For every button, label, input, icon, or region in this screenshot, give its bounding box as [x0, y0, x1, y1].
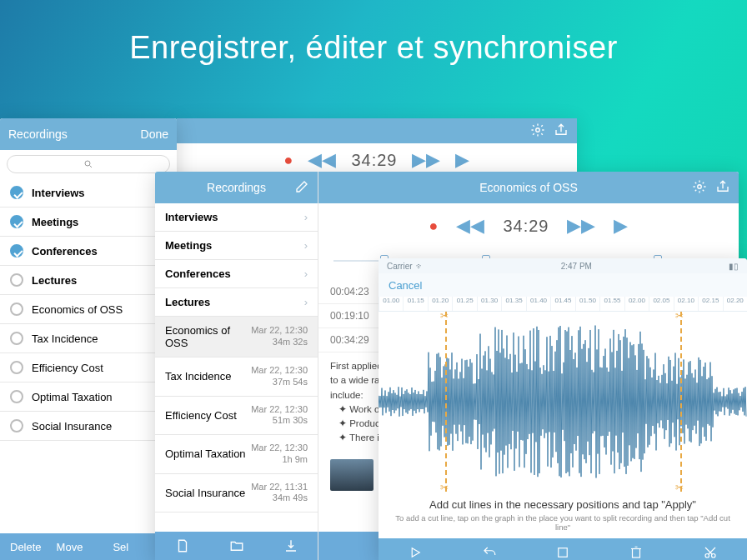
category-row[interactable]: Economics of OSS	[0, 295, 177, 324]
share-icon[interactable]	[554, 122, 569, 140]
ruler-tick: 01.00	[379, 297, 403, 311]
play-icon[interactable]	[408, 545, 423, 560]
svg-point-1	[698, 184, 702, 188]
checkbox-icon[interactable]	[10, 186, 23, 199]
new-folder-icon[interactable]	[229, 538, 244, 553]
ruler-tick: 02.15	[698, 297, 722, 311]
folder-row[interactable]: Conferences›	[155, 260, 318, 288]
chevron-right-icon: ›	[304, 268, 308, 280]
folder-row[interactable]: Lectures›	[155, 288, 318, 317]
left-panel-title: Recordings	[207, 181, 266, 194]
bookmark-timestamp: 00:04:23	[330, 286, 379, 298]
checkbox-icon[interactable]	[10, 302, 23, 316]
recording-label: Efficiency Cost	[165, 409, 251, 422]
edit-icon[interactable]	[294, 179, 309, 197]
nav-done-button[interactable]: Done	[141, 128, 168, 141]
rewind-button[interactable]: ◀◀	[308, 149, 336, 171]
undo-icon[interactable]	[482, 545, 497, 560]
ruler-tick: 01.40	[526, 297, 550, 311]
playback-time: 34:29	[351, 151, 397, 170]
select-button[interactable]: Sel	[113, 541, 128, 553]
category-row[interactable]: Efficiency Cost	[0, 353, 177, 382]
checkbox-icon[interactable]	[10, 273, 23, 287]
play-button[interactable]: ▶	[455, 149, 469, 171]
screen-recordings-edit: Recordings Done InterviewsMeetingsConfer…	[0, 118, 177, 560]
ruler-tick: 02.05	[649, 297, 673, 311]
new-file-icon[interactable]	[175, 538, 190, 553]
category-row[interactable]: Social Insurance	[0, 412, 177, 441]
left-toolbar	[155, 532, 318, 560]
folder-row[interactable]: Meetings›	[155, 232, 318, 260]
recording-row[interactable]: Economics of OSSMar 22, 12:3034m 32s	[155, 317, 318, 358]
gear-icon[interactable]	[692, 179, 707, 197]
cut-add-icon[interactable]	[703, 545, 718, 560]
rewind-button[interactable]: ◀◀	[456, 215, 484, 237]
play-button[interactable]: ▶	[614, 215, 628, 237]
cut-line[interactable]	[680, 312, 682, 492]
category-row[interactable]: Lectures	[0, 266, 177, 295]
folder-label: Lectures	[165, 296, 299, 308]
microphone-icon[interactable]: ●	[284, 152, 293, 169]
cut-line[interactable]	[445, 312, 447, 492]
forward-button[interactable]: ▶▶	[567, 215, 595, 237]
svg-point-0	[536, 128, 540, 132]
folder-row[interactable]: Interviews›	[155, 203, 318, 232]
recording-title: Economics of OSS	[479, 181, 578, 194]
time-ruler: 01.0001.1501.2001.2501.3001.3501.4001.45…	[379, 297, 747, 312]
checkbox-icon[interactable]	[10, 419, 23, 432]
cancel-button[interactable]: Cancel	[389, 279, 422, 292]
category-row[interactable]: Tax Incidence	[0, 324, 177, 353]
recording-meta: Mar 22, 12:3037m 54s	[251, 365, 308, 388]
recording-row[interactable]: Social InsuranceMar 22, 11:3134m 49s	[155, 474, 318, 513]
checkbox-icon[interactable]	[10, 361, 23, 374]
ruler-tick: 01.55	[599, 297, 624, 311]
screen-waveform-editor: Carrier ᯤ 2:47 PM ▮▯ Cancel 01.0001.1501…	[379, 258, 747, 560]
checkbox-icon[interactable]	[10, 215, 23, 228]
category-label: Optimal Taxation	[32, 391, 167, 403]
status-carrier: Carrier	[387, 262, 413, 271]
crop-icon[interactable]	[555, 545, 570, 560]
microphone-icon[interactable]: ●	[429, 218, 439, 235]
recording-row[interactable]: Tax IncidenceMar 22, 12:3037m 54s	[155, 358, 318, 397]
category-label: Interviews	[32, 187, 167, 199]
delete-button[interactable]: Delete	[10, 541, 42, 553]
checkbox-icon[interactable]	[10, 244, 23, 258]
forward-button[interactable]: ▶▶	[412, 149, 440, 171]
checkbox-icon[interactable]	[10, 332, 23, 345]
category-label: Lectures	[32, 274, 167, 287]
category-row[interactable]: Conferences	[0, 237, 177, 266]
chevron-right-icon: ›	[304, 211, 308, 223]
nav-back-recordings[interactable]: Recordings	[8, 128, 68, 141]
recording-meta: Mar 22, 12:301h 9m	[251, 442, 308, 466]
folder-label: Interviews	[165, 211, 299, 223]
promo-headline: Enregistrer, éditer et synchroniser	[0, 0, 747, 88]
recording-label: Economics of OSS	[165, 324, 251, 349]
hint-subtitle: To add a cut line, tap on the graph in t…	[390, 513, 735, 532]
ruler-tick: 02.20	[723, 297, 747, 311]
category-label: Meetings	[32, 216, 167, 228]
folder-label: Meetings	[165, 239, 299, 252]
category-row[interactable]: Interviews	[0, 178, 177, 208]
share-icon[interactable]	[715, 179, 730, 197]
recording-row[interactable]: Optimal TaxationMar 22, 12:301h 9m	[155, 435, 318, 474]
recording-label: Tax Incidence	[165, 370, 251, 382]
move-button[interactable]: Move	[57, 541, 83, 553]
folder-label: Conferences	[165, 268, 299, 280]
recording-row[interactable]: Efficiency CostMar 22, 12:3051m 30s	[155, 397, 318, 436]
waveform-canvas[interactable]	[379, 312, 747, 492]
chevron-right-icon: ›	[304, 239, 308, 252]
category-label: Conferences	[32, 245, 167, 258]
category-row[interactable]: Meetings	[0, 208, 177, 237]
import-icon[interactable]	[283, 538, 298, 553]
category-row[interactable]: Optimal Taxation	[0, 382, 177, 412]
bookmark-timestamp: 00:19:10	[330, 310, 379, 322]
ruler-tick: 01.15	[403, 297, 427, 311]
search-input[interactable]	[7, 155, 170, 173]
checkbox-icon[interactable]	[10, 390, 23, 403]
gear-icon[interactable]	[530, 122, 545, 140]
delete-icon[interactable]	[629, 545, 644, 560]
status-clock: 2:47 PM	[561, 262, 592, 271]
ruler-tick: 02.10	[674, 297, 698, 311]
recording-meta: Mar 22, 12:3034m 32s	[251, 325, 308, 348]
editor-toolbar	[379, 538, 747, 560]
